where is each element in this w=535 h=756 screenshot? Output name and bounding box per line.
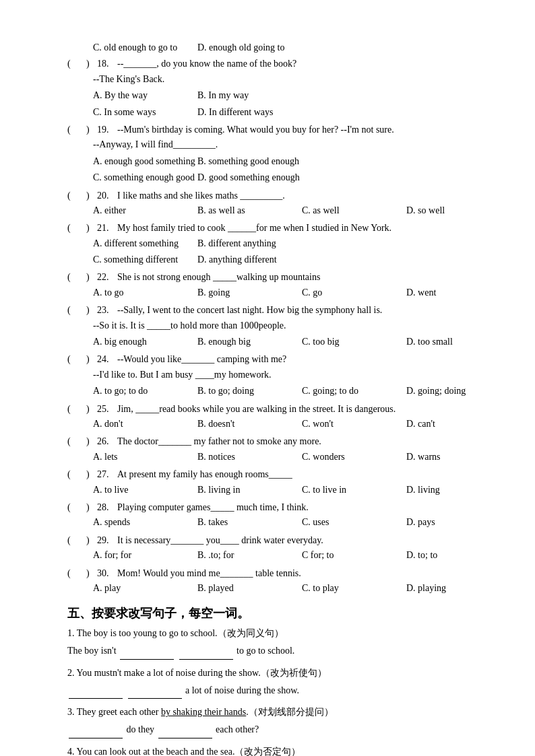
question-19: ( ) 19. --Mum's birthday is coming. What… bbox=[67, 123, 481, 186]
q22-optC: C. go bbox=[302, 285, 406, 300]
q25-optA: A. don't bbox=[93, 417, 197, 432]
q23-optB: B. enough big bbox=[197, 335, 302, 349]
q30-optB: B. played bbox=[197, 581, 302, 596]
q21-optB: B. different anything bbox=[197, 236, 302, 251]
q23-options-1: A. big enough B. enough big C. too big D… bbox=[93, 335, 481, 349]
question-28: ( ) 28. Playing computer games_____ much… bbox=[67, 500, 481, 530]
rw1-blank1 bbox=[120, 643, 174, 660]
q24-optA: A. to go; to do bbox=[93, 384, 197, 399]
q26-optA: A. lets bbox=[93, 450, 197, 465]
question-29: ( ) 29. It is necessary_______ you____ d… bbox=[67, 533, 481, 563]
q21-optA: A. different something bbox=[93, 236, 197, 251]
q30-num: 30. bbox=[97, 566, 117, 581]
q21-optC: C. something different bbox=[93, 252, 197, 267]
q28-optD: D. pays bbox=[406, 515, 511, 530]
q22-optA: A. to go bbox=[93, 285, 197, 300]
rw2-instruction: 2. You mustn't make a lot of noise durin… bbox=[67, 665, 481, 681]
q20-text: I like maths and she likes maths _______… bbox=[117, 188, 481, 203]
q28-optA: A. spends bbox=[93, 515, 197, 530]
q25-paren2: ) bbox=[86, 402, 93, 417]
q28-options-1: A. spends B. takes C. uses D. pays bbox=[93, 515, 481, 530]
q18-optC: C. In some ways bbox=[93, 105, 197, 120]
q28-optC: C. uses bbox=[302, 515, 406, 530]
q25-line: ( ) 25. Jim, _____read books while you a… bbox=[67, 402, 481, 417]
q18-line: ( ) 18. --_______, do you know the name … bbox=[67, 57, 481, 71]
q18-optD: D. In different ways bbox=[197, 105, 302, 120]
q21-line: ( ) 21. My host family tried to cook ___… bbox=[67, 221, 481, 236]
q23-optC: C. too big bbox=[302, 335, 406, 349]
q29-options-1: A. for; for B. .to; for C for; to D. to;… bbox=[93, 548, 481, 563]
q21-paren: ( bbox=[67, 221, 74, 236]
q26-optD: D. warns bbox=[406, 450, 511, 465]
q29-num: 29. bbox=[97, 533, 117, 548]
q18-optA: A. By the way bbox=[93, 88, 197, 103]
q29-paren2: ) bbox=[86, 533, 93, 548]
q22-space bbox=[74, 270, 86, 285]
q22-optD: D. went bbox=[406, 285, 511, 300]
q19-paren: ( bbox=[67, 123, 74, 137]
q20-paren2: ) bbox=[86, 188, 93, 203]
q27-space bbox=[74, 467, 86, 482]
q30-optC: C. to play bbox=[302, 581, 406, 596]
q18-indent: --The King's Back. bbox=[93, 72, 481, 87]
q22-num: 22. bbox=[97, 270, 117, 285]
q27-num: 27. bbox=[97, 467, 117, 482]
q18-options-1: A. By the way B. In my way bbox=[93, 88, 481, 103]
q30-line: ( ) 30. Mom! Would you mind me_______ ta… bbox=[67, 566, 481, 581]
q19-optC: C. something enough good bbox=[93, 170, 197, 185]
q27-paren: ( bbox=[67, 467, 74, 482]
q24-paren: ( bbox=[67, 352, 74, 367]
q24-options-1: A. to go; to do B. to go; doing C. going… bbox=[93, 384, 481, 399]
q30-optD: D. playing bbox=[406, 581, 511, 596]
question-21: ( ) 21. My host family tried to cook ___… bbox=[67, 221, 481, 267]
q20-optB: B. as well as bbox=[197, 203, 302, 218]
q19-line: ( ) 19. --Mum's birthday is coming. What… bbox=[67, 123, 481, 137]
page-content: C. old enough to go to D. enough old goi… bbox=[67, 40, 481, 756]
q26-text: The doctor_______ my father not to smoke… bbox=[117, 434, 481, 449]
q21-space bbox=[74, 221, 86, 236]
rw2-blank2 bbox=[128, 683, 182, 699]
q28-paren: ( bbox=[67, 500, 74, 515]
q29-paren: ( bbox=[67, 533, 74, 548]
q19-optD: D. good something enough bbox=[197, 170, 302, 185]
question-25: ( ) 25. Jim, _____read books while you a… bbox=[67, 402, 481, 432]
q25-optC: C. won't bbox=[302, 417, 406, 432]
q28-text: Playing computer games_____ much time, I… bbox=[117, 500, 481, 515]
q25-num: 25. bbox=[97, 402, 117, 417]
q19-num: 19. bbox=[97, 123, 117, 137]
q22-text: She is not strong enough _____walking up… bbox=[117, 270, 481, 285]
q30-optA: A. play bbox=[93, 581, 197, 596]
q28-line: ( ) 28. Playing computer games_____ much… bbox=[67, 500, 481, 515]
q26-space bbox=[74, 434, 86, 449]
rw1-blank2 bbox=[179, 643, 233, 660]
q28-paren2: ) bbox=[86, 500, 93, 515]
q28-num: 28. bbox=[97, 500, 117, 515]
q27-optC: C. to live in bbox=[302, 483, 406, 497]
q23-optA: A. big enough bbox=[93, 335, 197, 349]
q28-optB: B. takes bbox=[197, 515, 302, 530]
rw3-blank1 bbox=[69, 722, 123, 738]
q23-num: 23. bbox=[97, 303, 117, 318]
q18-optB: B. In my way bbox=[197, 88, 302, 103]
q25-optB: B. doesn't bbox=[197, 417, 302, 432]
q19-optB: B. something good enough bbox=[197, 154, 302, 169]
q19-options-1: A. enough good something B. something go… bbox=[93, 154, 481, 169]
q26-paren: ( bbox=[67, 434, 74, 449]
q21-num: 21. bbox=[97, 221, 117, 236]
q24-text: --Would you like_______ camping with me? bbox=[117, 352, 481, 367]
q24-optC: C. going; to do bbox=[302, 384, 406, 399]
q29-space bbox=[74, 533, 86, 548]
q20-optA: A. either bbox=[93, 203, 197, 218]
q19-space bbox=[74, 123, 86, 137]
q19-text: --Mum's birthday is coming. What would y… bbox=[117, 123, 481, 137]
q27-optD: D. living bbox=[406, 483, 511, 497]
rw4-instruction: 4. You can look out at the beach and the… bbox=[67, 744, 481, 756]
q23-text: --Sally, I went to the concert last nigh… bbox=[117, 303, 481, 318]
rw3-instruction: 3. They greet each other by shaking thei… bbox=[67, 704, 481, 720]
q26-num: 26. bbox=[97, 434, 117, 449]
q22-optB: B. going bbox=[197, 285, 302, 300]
q27-options-1: A. to live B. living in C. to live in D.… bbox=[93, 483, 481, 497]
option-C-top: C. old enough to go to bbox=[93, 40, 197, 55]
q23-paren: ( bbox=[67, 303, 74, 318]
q27-optB: B. living in bbox=[197, 483, 302, 497]
